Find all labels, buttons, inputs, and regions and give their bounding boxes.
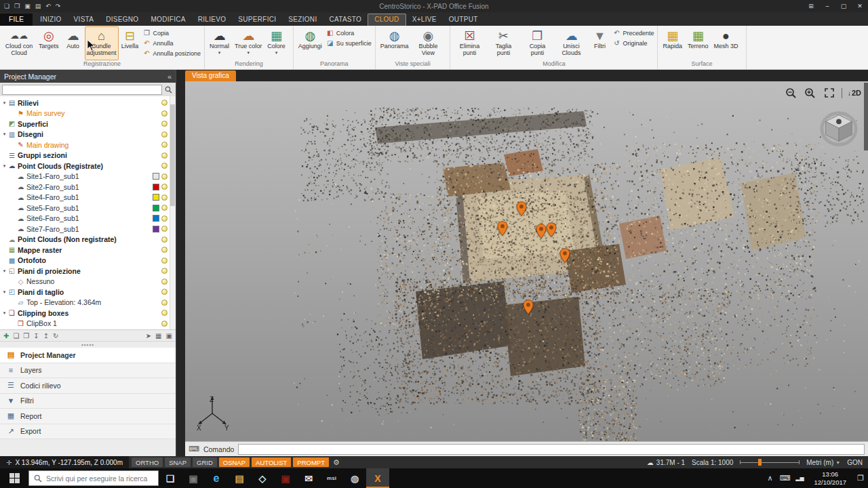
redo-qat-icon[interactable]: ↷ bbox=[56, 3, 61, 9]
panel-switcher-item[interactable]: ☰ Codici rilievo bbox=[0, 378, 176, 394]
taskbar-app[interactable]: ▣ bbox=[274, 468, 297, 488]
save-icon[interactable]: ▣ bbox=[24, 3, 31, 9]
tree-item[interactable]: ▾ ◰ Piani di taglio bbox=[0, 287, 176, 298]
visibility-bulb-icon[interactable] bbox=[161, 279, 167, 285]
undo-qat-icon[interactable]: ↶ bbox=[45, 3, 51, 9]
tree-item[interactable]: ▾ ❒ ClipBox 1 bbox=[0, 319, 176, 329]
layout-icon[interactable]: ⊞ bbox=[803, 0, 819, 12]
ribbon-button[interactable]: ▼ Filtri ▾ bbox=[588, 26, 611, 60]
tray-chevron-icon[interactable]: ∧ bbox=[762, 468, 777, 488]
tree-search-input[interactable] bbox=[2, 85, 162, 95]
expander-icon[interactable]: ▾ bbox=[1, 289, 7, 295]
zoom-in-icon[interactable] bbox=[804, 87, 817, 99]
menu-tab[interactable]: VISTA bbox=[68, 14, 100, 26]
visibility-bulb-icon[interactable] bbox=[161, 205, 167, 211]
tree-item[interactable]: ▾ ☁ Site5-Faro_sub1 bbox=[0, 203, 176, 214]
tree-item[interactable]: ▾ ▱ Top - Elevation: 4.364m bbox=[0, 298, 176, 308]
color-swatch[interactable] bbox=[153, 184, 159, 190]
panorama-pin[interactable] bbox=[536, 224, 547, 239]
add-item-icon[interactable]: ✚ bbox=[3, 332, 9, 340]
status-toggle[interactable]: AUTOLIST bbox=[252, 458, 291, 467]
tree-item[interactable]: ▾ ◩ Superfici bbox=[0, 119, 176, 129]
color-swatch[interactable] bbox=[153, 205, 159, 211]
command-input[interactable] bbox=[238, 444, 865, 455]
tree-item[interactable]: ▾ ☁ Site2-Faro_sub1 bbox=[0, 182, 176, 192]
tree-item[interactable]: ▾ ◇ Nessuno bbox=[0, 277, 176, 287]
status-toggle[interactable]: ORTHO bbox=[132, 458, 163, 467]
panorama-pin[interactable] bbox=[523, 300, 534, 314]
tree-item[interactable]: ▾ ☁ Point Clouds (Non registrate) bbox=[0, 235, 176, 245]
visibility-bulb-icon[interactable] bbox=[161, 131, 167, 138]
tree-item[interactable]: ▾ ☁ Site1-Faro_sub1 bbox=[0, 171, 176, 182]
ribbon-button[interactable]: ⊟ Livella ▾ bbox=[119, 26, 142, 60]
close-icon[interactable]: ✕ bbox=[852, 0, 868, 12]
visibility-bulb-icon[interactable] bbox=[161, 289, 167, 295]
collapsed-panel-strip[interactable] bbox=[864, 83, 868, 150]
tree-item[interactable]: ▾ ☁ Site6-Faro_sub1 bbox=[0, 214, 176, 224]
ribbon-small-button[interactable]: ◪ Su superficie bbox=[326, 39, 372, 47]
ribbon-button[interactable]: ◉ Bubble View ▾ bbox=[411, 26, 445, 60]
expander-icon[interactable]: ▾ bbox=[1, 163, 7, 169]
visibility-bulb-icon[interactable] bbox=[161, 237, 167, 243]
taskbar-clock[interactable]: 13:06 12/10/2017 bbox=[808, 470, 852, 486]
ribbon-button[interactable]: ◍ Aggiungi ▾ bbox=[296, 26, 325, 60]
export-item-icon[interactable]: ↥ bbox=[43, 332, 49, 340]
expander-icon[interactable]: ▾ bbox=[1, 131, 7, 137]
visibility-bulb-icon[interactable] bbox=[161, 321, 167, 327]
menu-tab[interactable]: SEZIONI bbox=[282, 14, 323, 26]
taskbar-app[interactable]: e bbox=[205, 468, 228, 488]
ribbon-button[interactable]: ☁ True color ▾ bbox=[232, 26, 264, 60]
taskbar-search[interactable] bbox=[28, 470, 159, 486]
status-toggle[interactable]: OSNAP bbox=[219, 458, 250, 467]
maximize-icon[interactable]: ▢ bbox=[835, 0, 852, 12]
tree-item[interactable]: ▾ ▤ Rilievi bbox=[0, 98, 176, 108]
visibility-bulb-icon[interactable] bbox=[161, 268, 167, 274]
visibility-bulb-icon[interactable] bbox=[161, 174, 167, 180]
ribbon-button[interactable]: ▦ Colore ▾ bbox=[264, 26, 288, 60]
ribbon-small-button[interactable]: ↶ Precedente bbox=[612, 29, 654, 37]
taskbar-app[interactable]: ▤ bbox=[228, 468, 251, 488]
expand-all-icon[interactable]: ▦ bbox=[155, 332, 161, 340]
new-group-icon[interactable]: ❏ bbox=[13, 332, 19, 340]
navigation-cube[interactable] bbox=[818, 107, 860, 149]
ribbon-button[interactable]: ● Mesh 3D ▾ bbox=[711, 26, 741, 60]
panel-switcher-item[interactable]: ▤ Project Manager bbox=[0, 348, 176, 363]
panel-switcher-item[interactable]: ≡ Layers bbox=[0, 363, 176, 379]
color-swatch[interactable] bbox=[153, 194, 159, 201]
visibility-bulb-icon[interactable] bbox=[161, 110, 167, 117]
tray-network-icon[interactable]: ▂▅ bbox=[792, 468, 807, 488]
menu-tab[interactable]: MODIFICA bbox=[144, 14, 191, 26]
collapse-panel-icon[interactable]: « bbox=[167, 73, 172, 81]
visibility-bulb-icon[interactable] bbox=[161, 195, 167, 201]
visibility-bulb-icon[interactable] bbox=[161, 184, 167, 190]
ribbon-button[interactable]: ✂ Taglia punti ▾ bbox=[486, 26, 520, 60]
taskbar-app[interactable]: ❏ bbox=[159, 468, 182, 488]
panel-switcher-item[interactable]: ▦ Report bbox=[0, 409, 176, 424]
visibility-bulb-icon[interactable] bbox=[161, 258, 167, 264]
minimize-icon[interactable]: – bbox=[819, 0, 835, 12]
panel-switcher-item[interactable]: ▼ Filtri bbox=[0, 394, 176, 409]
panel-splitter-handle[interactable]: ••••• bbox=[0, 342, 176, 348]
status-toggle[interactable]: GRID bbox=[193, 458, 217, 467]
taskbar-app[interactable]: msi bbox=[320, 468, 343, 488]
visibility-bulb-icon[interactable] bbox=[161, 216, 167, 222]
search-icon[interactable] bbox=[163, 86, 174, 94]
point-cloud-canvas[interactable] bbox=[185, 81, 868, 441]
menu-tab[interactable]: RILIEVO bbox=[192, 14, 233, 26]
tree-item[interactable]: ▾ ▦ Mappe raster bbox=[0, 245, 176, 256]
tray-keyboard-icon[interactable]: ⌨ bbox=[777, 468, 792, 488]
ribbon-small-button[interactable]: ↶ Annulla bbox=[143, 39, 201, 47]
slider-handle[interactable] bbox=[758, 459, 762, 466]
taskbar-search-input[interactable] bbox=[46, 474, 153, 483]
new-doc-icon[interactable]: ❏ bbox=[4, 3, 9, 9]
visibility-bulb-icon[interactable] bbox=[161, 152, 167, 159]
taskbar-app[interactable]: ◇ bbox=[251, 468, 274, 488]
expander-icon[interactable]: ▾ bbox=[1, 100, 7, 106]
tree-item[interactable]: ▾ ☁ Site7-Faro_sub1 bbox=[0, 224, 176, 235]
ribbon-button[interactable]: ❐ Copia punti ▾ bbox=[520, 26, 554, 60]
graphic-view[interactable]: ↓2D Z X Y bbox=[185, 81, 868, 441]
tree-item[interactable]: ▾ ✎ Main drawing bbox=[0, 140, 176, 150]
visibility-bulb-icon[interactable] bbox=[161, 142, 167, 148]
scale-slider[interactable] bbox=[740, 459, 800, 466]
tree-item[interactable]: ▾ ☁ Site4-Faro_sub1 bbox=[0, 192, 176, 203]
